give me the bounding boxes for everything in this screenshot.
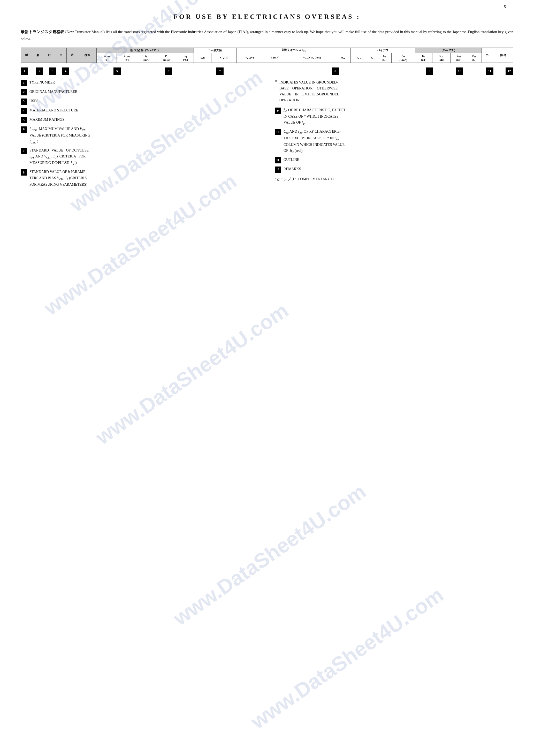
item-text-1: TYPE NUMBER (30, 79, 55, 85)
item-text-2: ORIGINAL MANUFACTURER (30, 89, 78, 94)
items-section: 1 TYPE NUMBER 2 ORIGINAL MANUFACTURER 3 … (21, 79, 513, 187)
line-5-6 (122, 71, 164, 71)
item-9: 9 fab OF RF CHARACTERISTIC, EXCEPT IN CA… (275, 107, 513, 126)
col-bias: バイアス (351, 48, 415, 53)
line-3-4 (57, 71, 62, 71)
col-iceo: Iceo最大値 (194, 48, 237, 53)
col-ic-ma: IC(mA) (262, 53, 288, 63)
col-hfe2: hfe(μT) (415, 53, 432, 63)
item-num-3: 3 (21, 98, 27, 105)
item-num-7: 7 (21, 148, 27, 154)
item-num-5: 5 (21, 117, 27, 123)
item-text-11: OUTLINE (283, 157, 299, 163)
watermark-4: www.DataSheet4U.com (92, 298, 293, 449)
col-ic: IC(mA) (137, 53, 156, 63)
asterisk-item: * INDICATES VALUE IN GROUNDED- BASE OPER… (275, 79, 513, 103)
item-num-6: 6 (21, 126, 27, 133)
intro-paragraph: 最新トランジスタ規格表 (New Transistor Manual) list… (21, 28, 513, 42)
num-box-12: 12 (506, 68, 513, 75)
item-11: 11 OUTLINE (275, 157, 513, 163)
line-8-9 (340, 71, 425, 71)
item-3: 3 USES (21, 98, 259, 105)
num-box-3: 3 (49, 68, 56, 75)
num-box-2: 2 (36, 68, 43, 75)
line-7-8 (225, 71, 331, 71)
item-num-12: 12 (275, 167, 281, 173)
num-box-1: 1 (21, 68, 28, 75)
col-hie: hie(Ω) (377, 53, 391, 63)
line-6-7 (173, 71, 216, 71)
item-num-9: 9 (275, 108, 281, 114)
col-hfe-max: hFE (336, 53, 351, 63)
num-box-10: 10 (456, 68, 463, 75)
col-use: 用 (55, 48, 67, 63)
line-2-3 (44, 71, 49, 71)
item-text-5: MAXIMUM RATINGS (30, 117, 64, 122)
line-11-12 (494, 71, 505, 71)
watermark-5: www.DataSheet4U.com (169, 479, 370, 630)
col-iceo-ua: (μA) (194, 53, 211, 63)
item-8: 8 STANDARD VALUE OF h PARAME- TERS AND B… (21, 169, 259, 187)
num-box-11: 11 (486, 68, 494, 75)
item-num-8: 8 (21, 169, 27, 176)
line-1-2 (29, 71, 36, 71)
line-4-5 (70, 71, 113, 71)
item-num-11: 11 (275, 157, 281, 163)
col-ie-ma: IE (367, 53, 377, 63)
page-number: — 5 — (499, 5, 511, 9)
item-num-10: 10 (275, 129, 281, 135)
col-vce-v: VCE(V) (237, 53, 262, 63)
col-vceo: VCEO(V) (97, 53, 117, 63)
item-num-4: 4 (21, 108, 27, 114)
item-text-10: Cob AND rbb' OF RF CHARACTERIS- TICS EXC… (283, 128, 345, 154)
item-text-12: REMARKS (283, 166, 301, 172)
col-max-rating: 最 大 定 格（Ta＝25℃） (97, 48, 194, 53)
col-name: 名 (32, 48, 44, 63)
col-tj: Tj(°C) (177, 53, 194, 63)
num-box-7: 7 (216, 68, 224, 75)
colon-japanese: : とコンプリ: (275, 177, 296, 181)
col-hfe-min: VCE(V) IC(mA) (288, 53, 336, 63)
item-7: 7 STANDARD VALUE OF DC/PULSE hFE AND VCE… (21, 148, 259, 166)
asterisk-text: INDICATES VALUE IN GROUNDED- BASE OPERAT… (280, 79, 339, 103)
col-vcb-v: VCB (351, 53, 367, 63)
col-rbb: rbb'(Ω) (467, 53, 482, 63)
col-material: 造 (67, 48, 78, 63)
line-9-10 (434, 71, 456, 71)
col-cob: Cob(pF) (450, 53, 467, 63)
asterisk-symbol: * (275, 79, 277, 84)
reference-table: 製 名 社 用 造 構造 最 大 定 格（Ta＝25℃） Iceo最大値 直流又… (21, 47, 513, 63)
left-column: 1 TYPE NUMBER 2 ORIGINAL MANUFACTURER 3 … (21, 79, 259, 187)
item-1: 1 TYPE NUMBER (21, 79, 259, 86)
item-5: 5 MAXIMUM RATINGS (21, 117, 259, 123)
col-company: 社 (44, 48, 55, 63)
right-column: * INDICATES VALUE IN GROUNDED- BASE OPER… (275, 79, 513, 187)
col-struct: 構造 (78, 48, 96, 63)
col-vcbo: VCBO(V) (117, 53, 137, 63)
item-6: 6 I CBG MAXIMUM VALUE AND VCE VALUE (CRI… (21, 126, 259, 145)
japanese-title: 最新トランジスタ規格表 (21, 30, 64, 34)
item-text-8: STANDARD VALUE OF h PARAME- TERS AND BIA… (30, 169, 87, 187)
item-4: 4 MATERIAL AND STRUCTURE (21, 107, 259, 114)
col-pc: PC(mW) (156, 53, 177, 63)
col-hparam: （Ta＝25℃） (415, 48, 482, 53)
item-text-9: fab OF RF CHARACTERISTIC, EXCEPT IN CASE… (283, 107, 346, 126)
item-text-4: MATERIAL AND STRUCTURE (30, 107, 78, 113)
item-2: 2 ORIGINAL MANUFACTURER (21, 89, 259, 95)
col-remarks: 備 考 (493, 48, 513, 63)
line-10-11 (464, 71, 486, 71)
col-hre: hre(×10-4) (391, 53, 415, 63)
num-box-9: 9 (426, 68, 433, 75)
num-box-8: 8 (332, 68, 339, 75)
col-rf: 外 (482, 48, 493, 63)
watermark-6: www.DataSheet4U.com (247, 583, 448, 734)
item-text-6: I CBG MAXIMUM VALUE AND VCE VALUE (CRITE… (30, 126, 90, 145)
num-box-4: 4 (62, 68, 69, 75)
col-iceo-mv: VCE(V) (211, 53, 237, 63)
item-num-1: 1 (21, 80, 27, 86)
col-pulse: 直流又はパルス hFE (237, 48, 351, 53)
complementary-text: COMPLEMENTARY TO ……… (298, 177, 347, 181)
page-title: FOR USE BY ELECTRICIANS OVERSEAS : (21, 13, 513, 21)
num-box-5: 5 (114, 68, 121, 75)
item-text-3: USES (30, 98, 38, 104)
